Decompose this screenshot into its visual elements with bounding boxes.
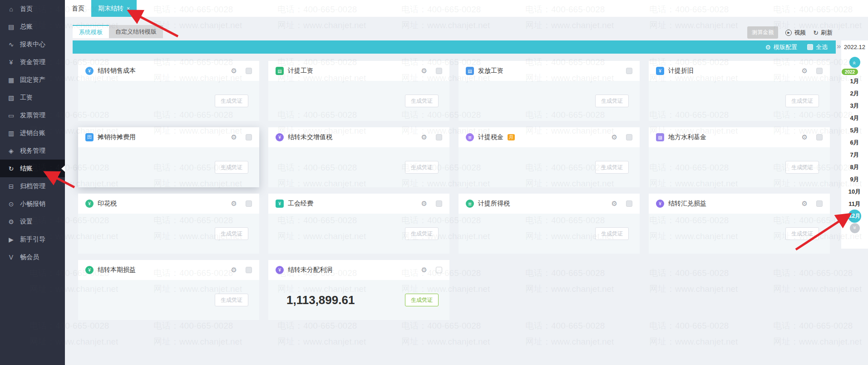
generate-voucher-button[interactable]: 生成凭证: [215, 294, 248, 306]
sidebar-item-report-center[interactable]: ∿报表中心: [0, 35, 65, 53]
generate-voucher-button[interactable]: 生成凭证: [405, 95, 439, 107]
home-icon: ⌂: [7, 5, 15, 13]
vat-carryover-icon: ¥: [276, 133, 284, 141]
sidebar-item-purchase-sales-ledger[interactable]: ▥进销台账: [0, 124, 65, 142]
scroll-up-button[interactable]: «: [849, 57, 860, 68]
month-item-2月[interactable]: 2月: [841, 87, 868, 100]
select-all-control[interactable]: 全选: [807, 43, 828, 51]
scroll-down-button[interactable]: «: [850, 223, 860, 233]
card-header: ▤计提工资⚙: [268, 61, 449, 81]
select-all-checkbox[interactable]: [807, 44, 813, 50]
month-item-10月[interactable]: 10月: [841, 185, 868, 198]
generate-voucher-button[interactable]: 生成凭证: [595, 161, 629, 174]
sidebar-item-general-ledger[interactable]: ▤总账: [0, 18, 65, 35]
generate-voucher-button[interactable]: 生成凭证: [595, 227, 629, 240]
card-body: 生成凭证: [268, 147, 449, 187]
card-gear-icon[interactable]: ⚙: [421, 67, 427, 75]
sidebar-item-fixed-assets[interactable]: ▦固定资产: [0, 71, 65, 89]
month-item-12月[interactable]: 12月: [841, 210, 868, 222]
card-checkbox[interactable]: [436, 267, 442, 273]
sidebar-item-home[interactable]: ⌂首页: [0, 0, 65, 18]
month-item-11月[interactable]: 11月: [841, 198, 868, 210]
card-工会经费: ¥工会经费⚙生成凭证: [268, 194, 449, 254]
collapse-arrow-icon[interactable]: [61, 165, 65, 172]
generate-voucher-button[interactable]: 生成凭证: [215, 95, 248, 107]
card-checkbox[interactable]: [626, 68, 632, 74]
card-gear-icon[interactable]: ⚙: [421, 266, 427, 274]
estimate-amount-button[interactable]: 测算金额: [747, 26, 778, 39]
card-gear-icon[interactable]: ⚙: [802, 67, 808, 75]
sidebar-item-closing[interactable]: ↻结账: [0, 160, 65, 177]
rail-expand-icon[interactable]: »: [837, 42, 841, 51]
generate-voucher-button[interactable]: 生成凭证: [215, 227, 248, 240]
refresh-link[interactable]: ↻ 刷新: [813, 29, 833, 37]
generate-voucher-button[interactable]: 生成凭证: [785, 227, 819, 240]
template-tab[interactable]: 系统模板: [73, 25, 109, 38]
generate-voucher-button[interactable]: 生成凭证: [405, 294, 439, 306]
sidebar-item-label: 税务管理: [20, 147, 45, 155]
card-checkbox[interactable]: [436, 134, 442, 140]
card-gear-icon[interactable]: ⚙: [231, 67, 237, 75]
month-item-9月[interactable]: 9月: [841, 173, 868, 185]
card-checkbox[interactable]: [816, 200, 823, 207]
month-item-1月[interactable]: 1月: [841, 75, 868, 87]
card-header: ▤发放工资: [459, 61, 640, 81]
card-body: 生成凭证: [268, 81, 449, 121]
card-checkbox[interactable]: [246, 134, 252, 140]
sidebar-item-expense-reimburse[interactable]: ⊙小畅报销: [0, 195, 65, 213]
card-gear-icon[interactable]: ⚙: [231, 200, 237, 208]
month-item-4月[interactable]: 4月: [841, 112, 868, 124]
card-gear-icon[interactable]: ⚙: [231, 266, 237, 274]
card-checkbox[interactable]: [246, 200, 252, 207]
card-结转未交增值税: ¥结转未交增值税⚙生成凭证: [268, 127, 449, 187]
card-checkbox[interactable]: [626, 134, 632, 140]
template-tab[interactable]: 自定义结转模版: [109, 25, 163, 38]
card-checkbox[interactable]: [246, 68, 252, 74]
month-item-8月[interactable]: 8月: [841, 161, 868, 173]
card-gear-icon[interactable]: ⚙: [231, 133, 237, 141]
sidebar-item-invoice-management[interactable]: ▭发票管理: [0, 106, 65, 124]
generate-voucher-button[interactable]: 生成凭证: [785, 95, 819, 107]
tab-close-icon[interactable]: ×: [127, 5, 130, 12]
card-gear-icon[interactable]: ⚙: [421, 200, 427, 208]
card-gear-icon[interactable]: ⚙: [612, 133, 617, 141]
generate-voucher-button[interactable]: 生成凭证: [595, 95, 629, 107]
card-body: 生成凭证: [268, 214, 449, 254]
month-item-5月[interactable]: 5月: [841, 124, 868, 136]
card-计提工资: ▤计提工资⚙生成凭证: [268, 61, 449, 121]
month-item-7月[interactable]: 7月: [841, 149, 868, 161]
tab-期末结转[interactable]: 期末结转×: [91, 0, 137, 17]
card-checkbox[interactable]: [436, 68, 442, 74]
sidebar-item-member[interactable]: V畅会员: [0, 248, 65, 266]
sidebar-item-tax-management[interactable]: ◈税务管理: [0, 142, 65, 160]
template-config-button[interactable]: ⚙ 模版配置: [765, 43, 797, 51]
card-gear-icon[interactable]: ⚙: [802, 200, 808, 208]
sidebar-item-settings[interactable]: ⚙设置: [0, 213, 65, 230]
card-checkbox[interactable]: [626, 200, 632, 207]
generate-voucher-button[interactable]: 生成凭证: [785, 161, 819, 174]
current-period[interactable]: 2022.12: [841, 40, 868, 54]
generate-voucher-button[interactable]: 生成凭证: [215, 161, 248, 174]
card-title: 结转未交增值税: [288, 133, 332, 141]
card-gear-icon[interactable]: ⚙: [612, 200, 617, 208]
card-body: 生成凭证: [649, 214, 830, 254]
card-checkbox[interactable]: [436, 200, 442, 207]
card-gear-icon[interactable]: ⚙: [802, 133, 808, 141]
video-link[interactable]: ▶ 视频: [785, 29, 806, 37]
sidebar-item-beginner-guide[interactable]: ▶新手引导: [0, 230, 65, 248]
sidebar-item-payroll[interactable]: ▧工资: [0, 89, 65, 106]
card-gear-icon[interactable]: ⚙: [421, 133, 427, 141]
tab-首页[interactable]: 首页: [65, 0, 91, 17]
month-item-6月[interactable]: 6月: [841, 136, 868, 149]
accrue-payroll-icon: ▤: [276, 67, 284, 75]
card-title: 印花税: [98, 200, 117, 208]
generate-voucher-button[interactable]: 生成凭证: [405, 161, 439, 174]
sidebar-item-funds-management[interactable]: ¥资金管理: [0, 53, 65, 71]
sidebar-item-archive-management[interactable]: ⊟归档管理: [0, 177, 65, 195]
card-地方水利基金: ▨地方水利基金⚙生成凭证: [649, 127, 830, 187]
generate-voucher-button[interactable]: 生成凭证: [405, 227, 439, 240]
card-checkbox[interactable]: [246, 267, 252, 273]
card-checkbox[interactable]: [816, 68, 823, 74]
month-item-3月[interactable]: 3月: [841, 100, 868, 112]
card-checkbox[interactable]: [816, 134, 823, 140]
